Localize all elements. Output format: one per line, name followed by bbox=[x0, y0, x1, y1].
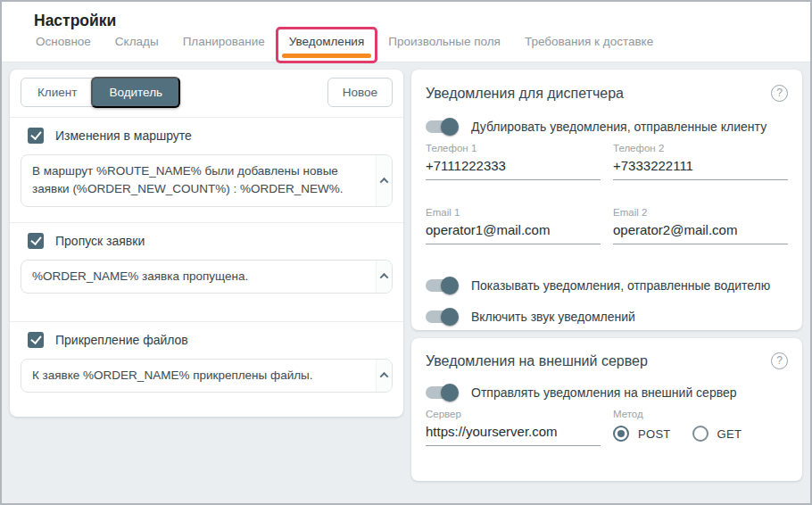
notification-sound-toggle[interactable] bbox=[426, 310, 458, 323]
route-changes-checkbox[interactable] bbox=[28, 128, 44, 144]
external-server-card: Уведомления на внешний сервер ? Отправля… bbox=[411, 338, 802, 481]
dispatcher-card-title: Уведомления для диспетчера bbox=[426, 86, 624, 102]
dispatcher-fields-grid: Телефон 1 Телефон 2 Email 1 Email 2 bbox=[426, 143, 788, 244]
toggle-thumb bbox=[441, 308, 459, 326]
help-icon[interactable]: ? bbox=[771, 85, 788, 102]
send-external-toggle-label: Отправлять уведомления на внешний сервер bbox=[471, 385, 737, 400]
phone1-field: Телефон 1 bbox=[426, 143, 601, 180]
tab-warehouses[interactable]: Склады bbox=[113, 35, 161, 62]
page-title: Настройки bbox=[34, 12, 778, 30]
duplicate-notifications-toggle[interactable] bbox=[426, 120, 458, 133]
client-segment-button[interactable]: Клиент bbox=[21, 78, 94, 107]
order-skipped-section: Пропуск заявки %ORDER_NAME% заявка пропу… bbox=[10, 223, 403, 321]
order-skipped-checkbox[interactable] bbox=[28, 233, 44, 249]
server-label: Сервер bbox=[426, 409, 601, 419]
email1-label: Email 1 bbox=[426, 207, 601, 218]
route-changes-check-row: Изменения в маршруте bbox=[28, 128, 393, 144]
radio-selected-icon bbox=[613, 426, 629, 442]
phone2-input[interactable] bbox=[613, 156, 788, 180]
phone2-field: Телефон 2 bbox=[613, 143, 788, 180]
route-changes-template-box[interactable]: В маршрут %ROUTE_NAME% были добавлены но… bbox=[21, 154, 393, 207]
audience-segmented-control: Клиент Водитель bbox=[21, 77, 180, 108]
tab-main[interactable]: Основное bbox=[34, 35, 93, 62]
phone1-input[interactable] bbox=[426, 156, 601, 180]
show-driver-toggle-label: Показывать уведомления, отправленные вод… bbox=[471, 278, 770, 293]
method-radio-row: POST GET bbox=[613, 426, 788, 442]
method-get-option[interactable]: GET bbox=[692, 426, 742, 442]
notification-templates-panel: Клиент Водитель Новое Изменения в маршру… bbox=[10, 70, 403, 417]
route-changes-label: Изменения в маршруте bbox=[55, 128, 192, 143]
radio-unselected-icon bbox=[692, 426, 708, 442]
dispatcher-card-header: Уведомления для диспетчера ? bbox=[426, 70, 788, 102]
server-input[interactable] bbox=[426, 422, 601, 446]
show-driver-toggle-row: Показывать уведомления, отправленные вод… bbox=[426, 277, 788, 294]
files-attached-checkbox[interactable] bbox=[28, 332, 44, 348]
files-attached-section: Прикрепление файлов К заявке %ORDER_NAME… bbox=[10, 322, 403, 393]
order-skipped-template-text[interactable]: %ORDER_NAME% заявка пропущена. bbox=[21, 261, 376, 293]
files-attached-template-box[interactable]: К заявке %ORDER_NAME% прикреплены файлы. bbox=[21, 359, 393, 393]
method-post-option[interactable]: POST bbox=[613, 426, 671, 442]
email1-field: Email 1 bbox=[426, 207, 601, 244]
chevron-up-icon bbox=[380, 372, 389, 381]
email2-label: Email 2 bbox=[613, 207, 788, 218]
chevron-up-icon bbox=[380, 273, 389, 282]
external-fields-grid: Сервер Метод POST GET bbox=[426, 409, 788, 446]
send-external-toggle[interactable] bbox=[426, 386, 458, 399]
files-attached-template-text[interactable]: К заявке %ORDER_NAME% прикреплены файлы. bbox=[21, 360, 376, 392]
route-changes-template-text[interactable]: В маршрут %ROUTE_NAME% были добавлены но… bbox=[21, 155, 376, 206]
send-external-toggle-row: Отправлять уведомления на внешний сервер bbox=[426, 384, 788, 402]
collapse-control[interactable] bbox=[376, 155, 392, 206]
server-field: Сервер bbox=[426, 409, 601, 446]
collapse-control[interactable] bbox=[376, 360, 392, 392]
external-card-title: Уведомления на внешний сервер bbox=[426, 353, 648, 369]
route-changes-section: Изменения в маршруте В маршрут %ROUTE_NA… bbox=[10, 118, 403, 222]
tab-delivery-requirements[interactable]: Требования к доставке bbox=[523, 35, 655, 62]
settings-tabbar: Основное Склады Планирование Уведомления… bbox=[2, 30, 810, 62]
email2-field: Email 2 bbox=[613, 207, 788, 244]
method-post-label: POST bbox=[638, 427, 671, 441]
phone2-label: Телефон 2 bbox=[613, 143, 788, 153]
tab-planning[interactable]: Планирование bbox=[181, 35, 267, 62]
order-skipped-check-row: Пропуск заявки bbox=[28, 233, 393, 249]
new-template-button[interactable]: Новое bbox=[327, 78, 393, 107]
templates-panel-header: Клиент Водитель Новое bbox=[10, 70, 403, 117]
phone1-label: Телефон 1 bbox=[426, 143, 601, 153]
show-driver-notifications-toggle[interactable] bbox=[426, 279, 458, 292]
toggle-thumb bbox=[441, 277, 459, 294]
dispatcher-notifications-card: Уведомления для диспетчера ? Дублировать… bbox=[411, 70, 802, 330]
toggle-thumb bbox=[441, 384, 459, 402]
chevron-up-icon bbox=[380, 178, 389, 186]
duplicate-toggle-row: Дублировать уведомления, отправленные кл… bbox=[426, 118, 788, 136]
driver-segment-button[interactable]: Водитель bbox=[91, 77, 180, 108]
tab-notifications[interactable]: Уведомления bbox=[287, 35, 366, 62]
method-label: Метод bbox=[613, 409, 788, 419]
tab-custom-fields[interactable]: Произвольные поля bbox=[386, 35, 502, 62]
settings-window: Настройки Основное Склады Планирование У… bbox=[0, 0, 812, 505]
sound-toggle-row: Включить звук уведомлений bbox=[426, 308, 788, 326]
email2-input[interactable] bbox=[613, 220, 788, 244]
duplicate-toggle-label: Дублировать уведомления, отправленные кл… bbox=[471, 120, 766, 134]
active-tab-underline bbox=[282, 54, 371, 58]
sound-toggle-label: Включить звук уведомлений bbox=[471, 310, 635, 324]
files-attached-label: Прикрепление файлов bbox=[55, 333, 188, 347]
tab-notifications-label: Уведомления bbox=[289, 35, 364, 48]
external-card-header: Уведомления на внешний сервер ? bbox=[426, 338, 788, 369]
content-area: Клиент Водитель Новое Изменения в маршру… bbox=[2, 62, 810, 503]
email1-input[interactable] bbox=[426, 220, 601, 244]
toggle-thumb bbox=[441, 118, 459, 136]
method-get-label: GET bbox=[717, 427, 742, 441]
collapse-control[interactable] bbox=[376, 261, 392, 293]
order-skipped-label: Пропуск заявки bbox=[55, 234, 145, 248]
right-column: Уведомления для диспетчера ? Дублировать… bbox=[411, 70, 802, 496]
order-skipped-template-box[interactable]: %ORDER_NAME% заявка пропущена. bbox=[21, 260, 393, 294]
method-group: Метод POST GET bbox=[613, 409, 788, 446]
help-icon[interactable]: ? bbox=[771, 352, 788, 369]
files-attached-check-row: Прикрепление файлов bbox=[28, 332, 393, 348]
page-header: Настройки bbox=[2, 2, 810, 30]
